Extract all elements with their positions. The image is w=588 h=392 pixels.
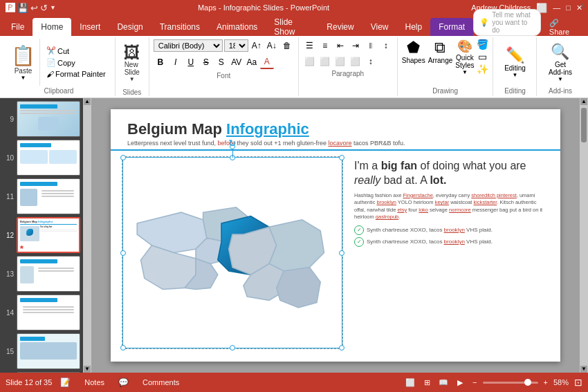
slide-thumb-10[interactable]: 10 — [3, 140, 80, 176]
arrange-icon: ⧉ — [434, 39, 445, 57]
slide-thumb-9[interactable]: 9 — [3, 101, 80, 137]
scroll-up-right-btn[interactable]: ▲ — [580, 98, 587, 105]
font-size-select[interactable]: 18 — [224, 39, 248, 52]
slide-thumb-11[interactable]: 11 — [3, 178, 80, 214]
scroll-up-btn[interactable]: ▲ — [84, 98, 91, 105]
ribbon-collapse-btn[interactable]: ∧ — [580, 1, 585, 9]
get-addins-button[interactable]: 🔍 Get Add-ins ▼ — [541, 43, 579, 82]
text-direction-btn[interactable]: ↕ — [379, 39, 393, 53]
scrollbar-thumb-right[interactable] — [581, 108, 587, 142]
clear-format-btn[interactable]: 🗑 — [280, 39, 294, 53]
window-title: Maps - Infographic Slides - PowerPoint — [56, 3, 471, 12]
comments-button[interactable]: Comments — [137, 377, 185, 388]
justify-btn[interactable]: ⬜ — [349, 55, 362, 68]
paragraph-group: ☰ ≡ ⇤ ⇥ ⫴ ↕ ⬜ ⬜ ⬜ ⬜ ↕ Paragraph — [299, 37, 398, 96]
char-spacing-btn[interactable]: AV — [230, 55, 244, 69]
text-columns-btn[interactable]: ⫴ — [364, 39, 378, 53]
increase-indent-btn[interactable]: ⇥ — [349, 39, 362, 53]
underline-button[interactable]: U — [184, 55, 198, 69]
more-qat-btn[interactable]: ▼ — [50, 4, 56, 11]
bullets-btn[interactable]: ☰ — [303, 39, 317, 53]
ribbon-tabs: File Home Insert Design Transitions Anim… — [0, 15, 588, 36]
slide-thumb-13[interactable]: 13 — [3, 256, 80, 292]
share-btn[interactable]: 🔗 Share — [541, 18, 585, 36]
map-container[interactable]: ↻ — [122, 156, 343, 349]
normal-view-icon[interactable]: ⬜ — [403, 375, 417, 389]
slide-thumb-15[interactable]: 15 — [3, 333, 80, 369]
tab-home[interactable]: Home — [33, 18, 71, 36]
arrange-button[interactable]: ⧉ Arrange — [428, 39, 453, 64]
strikethrough-button[interactable]: S — [199, 55, 213, 69]
fit-to-window-btn[interactable]: ⊡ — [574, 377, 582, 388]
shadow-button[interactable]: S — [214, 55, 228, 69]
tab-file[interactable]: File — [3, 18, 33, 36]
scroll-down-btn[interactable]: ▼ — [84, 366, 91, 373]
scroll-down-right-btn[interactable]: ▼ — [580, 366, 587, 373]
slide-panel[interactable]: 9 10 11 — [0, 98, 83, 373]
tab-slideshow[interactable]: Slide Show — [266, 18, 318, 36]
tab-format[interactable]: Format — [430, 18, 473, 36]
font-label: Font — [217, 71, 230, 80]
shapes-icon: ⬟ — [407, 39, 420, 57]
slideshow-icon[interactable]: ▶ — [453, 375, 467, 389]
check-item-1: ✓ Synth chartreuse XOXO, tacos brooklyn … — [354, 225, 544, 235]
decrease-font-btn[interactable]: A↓ — [265, 39, 279, 53]
align-center-btn[interactable]: ⬜ — [318, 55, 332, 68]
shape-fill-btn[interactable]: 🪣 ▭ ✨ — [477, 39, 488, 75]
font-color-btn[interactable]: A — [260, 55, 274, 69]
notes-button[interactable]: Notes — [79, 377, 110, 388]
save-btn[interactable]: 💾 — [17, 3, 28, 13]
change-case-btn[interactable]: Aa — [245, 55, 259, 69]
decrease-indent-btn[interactable]: ⇤ — [333, 39, 347, 53]
new-slide-button[interactable]: 🖼 NewSlide ▼ — [120, 39, 145, 87]
tab-transitions[interactable]: Transitions — [151, 18, 208, 36]
tab-animations[interactable]: Animations — [208, 18, 266, 36]
editing-icon: ✏️ — [506, 46, 524, 64]
clipboard-group: 📋 Paste ▼ ✂️ Cut 📄 Copy 🖌 Format Painter — [3, 37, 116, 96]
zoom-minus-icon[interactable]: − — [472, 378, 477, 386]
format-painter-button[interactable]: 🖌 Format Painter — [44, 69, 108, 79]
copy-button[interactable]: 📄 Copy — [44, 57, 108, 68]
bold-button[interactable]: B — [154, 55, 167, 69]
align-right-btn[interactable]: ⬜ — [333, 55, 347, 68]
tab-design[interactable]: Design — [109, 18, 151, 36]
shapes-button[interactable]: ⬟ Shapes — [402, 39, 425, 64]
check-item-2: ✓ Synth chartreuse XOXO, tacos brooklyn … — [354, 237, 544, 247]
tab-view[interactable]: View — [362, 18, 397, 36]
italic-button[interactable]: I — [169, 55, 183, 69]
editing-label: Editing — [504, 86, 526, 95]
slide-sorter-icon[interactable]: ⊞ — [420, 375, 434, 389]
zoom-plus-icon[interactable]: + — [544, 378, 548, 386]
slide-img-13 — [17, 256, 80, 292]
slide-thumb-12[interactable]: 12 Belgium Map Infographic I'm a big fan — [3, 217, 80, 253]
tell-me-bar[interactable]: 💡 Tell me what you want to do — [473, 9, 541, 36]
addins-group: 🔍 Get Add-ins ▼ Add-ins — [537, 37, 583, 96]
paste-button[interactable]: 📋 Paste ▼ — [7, 39, 40, 86]
undo-btn[interactable]: ↩ — [30, 3, 38, 13]
addins-dropdown: ▼ — [558, 76, 563, 82]
quick-access-toolbar: 🅿 💾 ↩ ↺ ▼ — [6, 2, 56, 13]
slide-thumb-16[interactable]: 16 — [3, 372, 80, 373]
rotate-icon[interactable]: ↻ — [228, 138, 237, 149]
redo-btn[interactable]: ↺ — [40, 3, 48, 13]
slide-thumb-14[interactable]: 14 — [3, 295, 80, 330]
main-area: 9 10 11 — [0, 98, 588, 373]
increase-font-btn[interactable]: A↑ — [250, 39, 264, 53]
zoom-slider[interactable] — [483, 382, 538, 384]
numbering-btn[interactable]: ≡ — [318, 39, 332, 53]
font-family-select[interactable]: Calibri (Body) — [154, 39, 223, 52]
tab-review[interactable]: Review — [318, 18, 362, 36]
right-scrollbar[interactable]: ▲ ▼ — [580, 98, 588, 373]
quick-styles-button[interactable]: 🎨 Quick Styles ▼ — [455, 39, 474, 75]
align-left-btn[interactable]: ⬜ — [303, 55, 317, 68]
maximize-btn[interactable]: □ — [566, 3, 571, 12]
minimize-btn[interactable]: — — [553, 3, 560, 12]
zoom-thumb[interactable] — [524, 379, 531, 386]
cut-button[interactable]: ✂️ Cut — [44, 46, 108, 56]
reading-view-icon[interactable]: 📖 — [437, 375, 450, 389]
tab-insert[interactable]: Insert — [71, 18, 109, 36]
left-scrollbar[interactable]: ▲ ▼ — [83, 98, 91, 373]
editing-button[interactable]: ✏️ Editing ▼ — [497, 46, 532, 78]
tab-help[interactable]: Help — [396, 18, 430, 36]
line-spacing-btn[interactable]: ↕ — [364, 55, 378, 68]
